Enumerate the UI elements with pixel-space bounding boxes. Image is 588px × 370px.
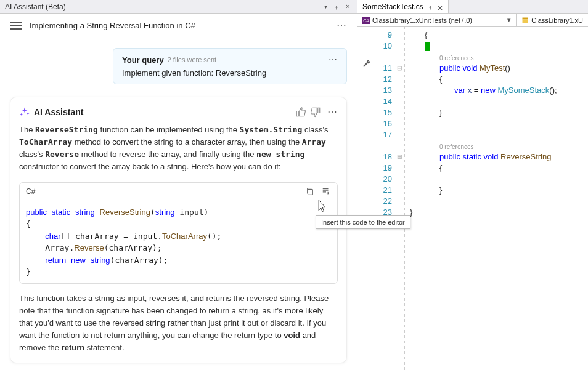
query-body: Implement given function: ReverseString [122,68,338,78]
insert-code-icon[interactable] [321,187,331,196]
query-label: Your query [122,55,164,65]
chat-options-icon[interactable]: ⋯ [337,20,347,31]
code-body: public static string ReverseString(strin… [20,201,337,283]
code-language-label: C# [26,187,35,196]
fold-gutter: ⊟⊟ [394,27,404,370]
response-post-text: This function takes a string as input, r… [19,292,338,355]
dropdown-icon[interactable]: ▾ [321,2,330,11]
ai-response-card: AI Assistant ⋯ The ReverseString functio… [10,97,347,363]
response-options-icon[interactable]: ⋯ [327,106,338,118]
panel-title-text: AI Assistant (Beta) [5,2,66,11]
tab-pin-icon[interactable] [427,4,433,10]
chat-title: Implementing a String Reversal Function … [30,21,195,30]
ai-assistant-panel: AI Assistant (Beta) ▾ ✕ Implementing a S… [0,0,357,370]
chat-header: Implementing a String Reversal Function … [0,14,357,38]
code-editor-panel: SomeStackTest.cs ✕ C# ClassLibrary1.xUni… [357,0,588,370]
crumb-namespace[interactable]: ClassLibrary1.xU [517,14,588,26]
response-pre-text: The ReverseString function can be implem… [19,124,338,174]
line-number-gutter: 91011121314151617181920212223 [376,27,394,370]
sparkle-icon [19,107,30,118]
csharp-file-icon: C# [362,17,370,24]
query-meta: 2 files were sent [168,56,216,63]
crumb-project-label: ClassLibrary1.xUnitTests (net7.0) [372,17,472,24]
copy-code-icon[interactable] [305,187,315,196]
pin-icon[interactable] [332,2,341,11]
panel-titlebar: AI Assistant (Beta) ▾ ✕ [0,0,357,14]
code-area[interactable]: {0 referencespublic void MyTest(){ var x… [404,27,588,370]
code-block: C# public static string ReverseString(st… [19,182,338,284]
chat-body: Your query 2 files were sent ⋯ Implement… [0,38,357,370]
wrench-icon[interactable] [361,58,371,68]
editor-tabbar: SomeStackTest.cs ✕ [357,0,588,14]
tab-close-icon[interactable]: ✕ [437,4,443,10]
editor-body[interactable]: 91011121314151617181920212223 ⊟⊟ {0 refe… [357,27,588,370]
thumbs-up-icon[interactable] [295,107,306,118]
hamburger-icon[interactable] [10,20,22,32]
editor-margin [357,27,376,370]
user-query-bubble: Your query 2 files were sent ⋯ Implement… [113,48,347,84]
tab-label: SomeStackTest.cs [362,2,423,11]
svg-text:C#: C# [363,18,369,23]
svg-rect-0 [308,190,313,195]
crumb-namespace-label: ClassLibrary1.xU [531,17,583,24]
close-panel-icon[interactable]: ✕ [343,2,352,11]
breadcrumbs: C# ClassLibrary1.xUnitTests (net7.0) ▾ C… [357,14,588,27]
editor-tab[interactable]: SomeStackTest.cs ✕ [357,0,449,13]
namespace-icon [521,17,529,24]
crumb-project[interactable]: C# ClassLibrary1.xUnitTests (net7.0) ▾ [357,14,517,26]
query-options-icon[interactable]: ⋯ [329,55,338,65]
thumbs-down-icon[interactable] [310,107,321,118]
response-title: AI Assistant [34,107,83,117]
